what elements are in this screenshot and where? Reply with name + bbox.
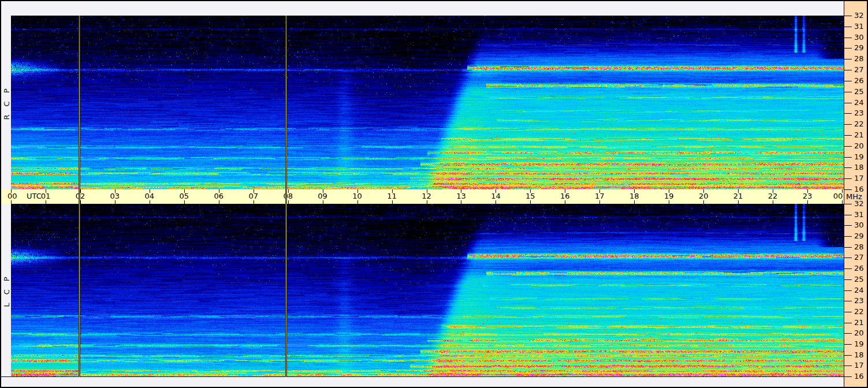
- lcp-polarization-label: L C P: [2, 274, 10, 307]
- rcp-polarization-label: R C P: [2, 85, 10, 120]
- hour-label: 18: [626, 192, 642, 200]
- frequency-label: 22: [854, 308, 864, 316]
- frequency-tick: [844, 103, 852, 103]
- frequency-tick: [844, 323, 852, 323]
- frequency-label: 27: [854, 253, 864, 262]
- time-axis: 0001020304050607080910111213141516171819…: [1, 189, 844, 204]
- frequency-tick: [844, 376, 852, 377]
- hour-label: 14: [487, 192, 504, 200]
- hour-label: 16: [557, 192, 573, 200]
- frequency-tick: [844, 258, 852, 258]
- frequency-tick: [844, 312, 852, 312]
- frequency-tick: [844, 290, 852, 291]
- frequency-label: 32: [854, 200, 864, 208]
- utc-unit-label: UTC: [27, 192, 42, 200]
- hour-label: 21: [730, 192, 746, 200]
- frequency-tick: [844, 268, 852, 269]
- frequency-label: 32: [854, 12, 864, 20]
- frequency-label: 29: [854, 44, 864, 52]
- frequency-label: 25: [854, 275, 864, 283]
- frequency-tick: [844, 301, 852, 301]
- frequency-label: 28: [854, 55, 864, 63]
- frequency-label: 18: [854, 351, 864, 359]
- hour-label: 20: [695, 192, 711, 200]
- frequency-label: 17: [854, 174, 864, 182]
- calibration-line: [79, 16, 80, 377]
- frequency-tick: [844, 113, 852, 114]
- spectrograph-window: AJ4CO Observatory 08 Nov 2023 - DPS on T…: [0, 0, 868, 388]
- frequency-tick: [844, 236, 852, 237]
- frequency-tick: [844, 178, 852, 179]
- frequency-label: 23: [854, 297, 864, 305]
- frequency-tick: [844, 48, 852, 48]
- calibration-line: [285, 16, 287, 377]
- hour-label: 06: [211, 192, 227, 200]
- frequency-tick: [844, 27, 852, 27]
- frequency-label: 26: [854, 77, 864, 85]
- hour-label: 00: [830, 192, 846, 200]
- frequency-label: 20: [854, 142, 864, 150]
- frequency-label: 31: [854, 211, 864, 219]
- frequency-label: 16: [854, 372, 864, 380]
- frequency-tick: [844, 279, 852, 280]
- hour-label: 13: [453, 192, 469, 200]
- frequency-label: 30: [854, 221, 864, 229]
- mhz-unit-label: MHz: [846, 193, 862, 201]
- frequency-tick: [844, 92, 852, 92]
- hour-label: 17: [591, 192, 608, 200]
- frequency-label: 21: [854, 131, 864, 139]
- frequency-label: 20: [854, 329, 864, 337]
- frequency-label: 19: [854, 153, 864, 161]
- frequency-tick: [844, 355, 852, 356]
- frequency-tick: [844, 189, 852, 190]
- frequency-tick: [844, 135, 852, 136]
- rcp-spectrogram: [11, 16, 844, 189]
- frequency-tick: [844, 124, 852, 125]
- frequency-label: 21: [854, 319, 864, 327]
- frequency-tick: [844, 157, 852, 158]
- frequency-tick: [844, 38, 852, 38]
- frequency-label: 24: [854, 99, 864, 107]
- frequency-tick: [844, 333, 852, 334]
- hour-label: 12: [419, 192, 435, 200]
- frequency-tick: [844, 225, 852, 226]
- hour-label: 08: [280, 192, 296, 200]
- hour-label: 22: [765, 192, 781, 200]
- frequency-tick: [844, 215, 852, 215]
- frequency-tick: [844, 81, 852, 81]
- frequency-label: 22: [854, 120, 864, 128]
- frequency-label: 28: [854, 243, 864, 251]
- frequency-label: 25: [854, 88, 864, 96]
- frequency-label: 31: [854, 23, 864, 31]
- hour-label: 11: [384, 192, 400, 200]
- hour-label: 04: [141, 192, 158, 200]
- hour-label: 19: [661, 192, 677, 200]
- frequency-tick: [844, 70, 852, 70]
- hour-label: 03: [107, 192, 123, 200]
- lcp-spectrogram: [11, 204, 844, 376]
- hour-label: 10: [349, 192, 366, 200]
- frequency-label: 29: [854, 232, 864, 240]
- frequency-tick: [844, 344, 852, 345]
- frequency-axis: 3231302928272625242322212019181716323130…: [844, 1, 867, 387]
- frequency-label: 24: [854, 286, 864, 294]
- frequency-tick: [844, 365, 852, 366]
- frequency-tick: [844, 204, 852, 204]
- hour-label: 23: [799, 192, 815, 200]
- frequency-tick: [844, 16, 852, 16]
- frequency-tick: [844, 59, 852, 59]
- hour-label: 07: [245, 192, 262, 200]
- lcp-label-margin: L C P: [1, 204, 11, 376]
- frequency-label: 26: [854, 264, 864, 273]
- hour-label: 15: [522, 192, 538, 200]
- frequency-label: 19: [854, 340, 864, 348]
- rcp-label-margin: R C P: [1, 16, 11, 189]
- hour-label: 09: [315, 192, 331, 200]
- title-bar: AJ4CO Observatory 08 Nov 2023 - DPS on T…: [1, 1, 844, 16]
- hour-label: 00: [8, 192, 17, 200]
- frequency-label: 27: [854, 66, 864, 74]
- frequency-tick: [844, 247, 852, 248]
- bottom-margin: [1, 377, 844, 387]
- frequency-label: 17: [854, 361, 864, 370]
- frequency-label: 23: [854, 109, 864, 117]
